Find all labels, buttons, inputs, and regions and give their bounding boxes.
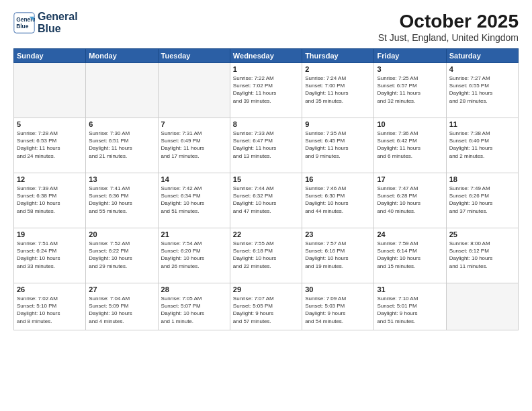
cell-info: Sunrise: 7:27 AMSunset: 6:55 PMDaylight:…: [449, 75, 515, 105]
month-title: October 2025: [378, 11, 519, 32]
cell-info: Sunrise: 7:22 AMSunset: 7:02 PMDaylight:…: [233, 75, 299, 105]
cell-info: Sunrise: 7:36 AMSunset: 6:42 PMDaylight:…: [377, 130, 443, 160]
day-number: 14: [161, 175, 227, 183]
cell-info: Sunrise: 7:39 AMSunset: 6:38 PMDaylight:…: [17, 185, 83, 215]
table-row: 25Sunrise: 8:00 AMSunset: 6:12 PMDayligh…: [446, 228, 518, 283]
cell-info: Sunrise: 7:30 AMSunset: 6:51 PMDaylight:…: [89, 130, 154, 160]
day-number: 1: [233, 65, 299, 73]
day-number: 3: [377, 65, 443, 73]
day-number: 4: [449, 65, 515, 73]
logo-name-line1: General: [38, 11, 78, 23]
cell-info: Sunrise: 7:28 AMSunset: 6:53 PMDaylight:…: [17, 130, 83, 160]
table-row: 9Sunrise: 7:35 AMSunset: 6:45 PMDaylight…: [302, 118, 374, 173]
title-block: October 2025 St Just, England, United Ki…: [378, 11, 519, 43]
cell-info: Sunrise: 7:35 AMSunset: 6:45 PMDaylight:…: [305, 130, 371, 160]
table-row: [158, 63, 230, 118]
day-number: 25: [449, 230, 515, 238]
day-number: 2: [305, 65, 371, 73]
day-number: 11: [449, 120, 515, 128]
table-row: [14, 63, 86, 118]
table-row: 30Sunrise: 7:09 AMSunset: 5:03 PMDayligh…: [302, 283, 374, 330]
table-row: 24Sunrise: 7:59 AMSunset: 6:14 PMDayligh…: [374, 228, 446, 283]
cell-info: Sunrise: 7:49 AMSunset: 6:26 PMDaylight:…: [449, 185, 515, 215]
day-number: 23: [305, 230, 371, 238]
day-number: 6: [89, 120, 154, 128]
col-wednesday: Wednesday: [230, 49, 302, 63]
day-number: 9: [305, 120, 371, 128]
cell-info: Sunrise: 7:51 AMSunset: 6:24 PMDaylight:…: [17, 240, 83, 270]
cell-info: Sunrise: 7:05 AMSunset: 5:07 PMDaylight:…: [161, 295, 227, 325]
col-friday: Friday: [374, 49, 446, 63]
calendar: Sunday Monday Tuesday Wednesday Thursday…: [13, 48, 519, 330]
cell-info: Sunrise: 7:52 AMSunset: 6:22 PMDaylight:…: [89, 240, 154, 270]
col-monday: Monday: [86, 49, 158, 63]
table-row: 21Sunrise: 7:54 AMSunset: 6:20 PMDayligh…: [158, 228, 230, 283]
cell-info: Sunrise: 7:42 AMSunset: 6:34 PMDaylight:…: [161, 185, 227, 215]
cell-info: Sunrise: 7:57 AMSunset: 6:16 PMDaylight:…: [305, 240, 371, 270]
day-number: 13: [89, 175, 154, 183]
col-saturday: Saturday: [446, 49, 518, 63]
table-row: 3Sunrise: 7:25 AMSunset: 6:57 PMDaylight…: [374, 63, 446, 118]
cell-info: Sunrise: 7:02 AMSunset: 5:10 PMDaylight:…: [17, 295, 83, 325]
svg-text:Blue: Blue: [16, 23, 29, 30]
table-row: 2Sunrise: 7:24 AMSunset: 7:00 PMDaylight…: [302, 63, 374, 118]
day-number: 31: [377, 285, 443, 293]
day-number: 7: [161, 120, 227, 128]
table-row: 20Sunrise: 7:52 AMSunset: 6:22 PMDayligh…: [86, 228, 158, 283]
logo-name-line2: Blue: [38, 23, 78, 35]
cell-info: Sunrise: 7:24 AMSunset: 7:00 PMDaylight:…: [305, 75, 371, 105]
day-number: 16: [305, 175, 371, 183]
table-row: 23Sunrise: 7:57 AMSunset: 6:16 PMDayligh…: [302, 228, 374, 283]
day-number: 20: [89, 230, 154, 238]
table-row: 14Sunrise: 7:42 AMSunset: 6:34 PMDayligh…: [158, 173, 230, 228]
day-number: 12: [17, 175, 83, 183]
cell-info: Sunrise: 7:41 AMSunset: 6:36 PMDaylight:…: [89, 185, 154, 215]
table-row: 10Sunrise: 7:36 AMSunset: 6:42 PMDayligh…: [374, 118, 446, 173]
table-row: 28Sunrise: 7:05 AMSunset: 5:07 PMDayligh…: [158, 283, 230, 330]
cell-info: Sunrise: 7:59 AMSunset: 6:14 PMDaylight:…: [377, 240, 443, 270]
day-number: 26: [17, 285, 83, 293]
day-number: 21: [161, 230, 227, 238]
day-number: 29: [233, 285, 299, 293]
cell-info: Sunrise: 7:09 AMSunset: 5:03 PMDaylight:…: [305, 295, 371, 325]
table-row: 18Sunrise: 7:49 AMSunset: 6:26 PMDayligh…: [446, 173, 518, 228]
table-row: 15Sunrise: 7:44 AMSunset: 6:32 PMDayligh…: [230, 173, 302, 228]
table-row: [86, 63, 158, 118]
table-row: 22Sunrise: 7:55 AMSunset: 6:18 PMDayligh…: [230, 228, 302, 283]
table-row: [446, 283, 518, 330]
table-row: 6Sunrise: 7:30 AMSunset: 6:51 PMDaylight…: [86, 118, 158, 173]
location: St Just, England, United Kingdom: [378, 32, 519, 43]
cell-info: Sunrise: 7:33 AMSunset: 6:47 PMDaylight:…: [233, 130, 299, 160]
cell-info: Sunrise: 7:38 AMSunset: 6:40 PMDaylight:…: [449, 130, 515, 160]
table-row: 16Sunrise: 7:46 AMSunset: 6:30 PMDayligh…: [302, 173, 374, 228]
cell-info: Sunrise: 7:04 AMSunset: 5:09 PMDaylight:…: [89, 295, 154, 325]
cell-info: Sunrise: 8:00 AMSunset: 6:12 PMDaylight:…: [449, 240, 515, 270]
day-number: 19: [17, 230, 83, 238]
table-row: 5Sunrise: 7:28 AMSunset: 6:53 PMDaylight…: [14, 118, 86, 173]
cell-info: Sunrise: 7:07 AMSunset: 5:05 PMDaylight:…: [233, 295, 299, 325]
cell-info: Sunrise: 7:47 AMSunset: 6:28 PMDaylight:…: [377, 185, 443, 215]
day-number: 30: [305, 285, 371, 293]
day-number: 5: [17, 120, 83, 128]
table-row: 13Sunrise: 7:41 AMSunset: 6:36 PMDayligh…: [86, 173, 158, 228]
cell-info: Sunrise: 7:31 AMSunset: 6:49 PMDaylight:…: [161, 130, 227, 160]
cell-info: Sunrise: 7:55 AMSunset: 6:18 PMDaylight:…: [233, 240, 299, 270]
day-number: 10: [377, 120, 443, 128]
day-number: 15: [233, 175, 299, 183]
table-row: 17Sunrise: 7:47 AMSunset: 6:28 PMDayligh…: [374, 173, 446, 228]
logo-icon: General Blue: [13, 12, 35, 34]
table-row: 1Sunrise: 7:22 AMSunset: 7:02 PMDaylight…: [230, 63, 302, 118]
table-row: 31Sunrise: 7:10 AMSunset: 5:01 PMDayligh…: [374, 283, 446, 330]
table-row: 19Sunrise: 7:51 AMSunset: 6:24 PMDayligh…: [14, 228, 86, 283]
col-thursday: Thursday: [302, 49, 374, 63]
day-number: 17: [377, 175, 443, 183]
header: General Blue General Blue October 2025 S…: [13, 11, 519, 43]
calendar-header-row: Sunday Monday Tuesday Wednesday Thursday…: [14, 49, 519, 63]
table-row: 11Sunrise: 7:38 AMSunset: 6:40 PMDayligh…: [446, 118, 518, 173]
table-row: 8Sunrise: 7:33 AMSunset: 6:47 PMDaylight…: [230, 118, 302, 173]
page: General Blue General Blue October 2025 S…: [0, 0, 532, 411]
cell-info: Sunrise: 7:25 AMSunset: 6:57 PMDaylight:…: [377, 75, 443, 105]
col-tuesday: Tuesday: [158, 49, 230, 63]
col-sunday: Sunday: [14, 49, 86, 63]
day-number: 18: [449, 175, 515, 183]
